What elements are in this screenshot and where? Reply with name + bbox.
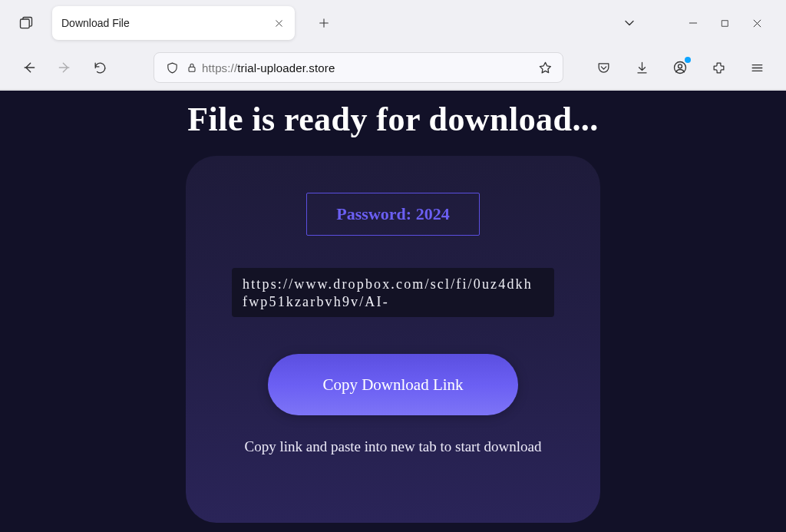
close-icon bbox=[751, 18, 763, 29]
chrome-divider bbox=[0, 89, 786, 90]
url-domain: trial-uploader.store bbox=[237, 61, 335, 74]
svg-point-4 bbox=[679, 64, 682, 68]
svg-rect-0 bbox=[21, 19, 30, 28]
extensions-button[interactable] bbox=[703, 52, 734, 83]
shield-icon bbox=[166, 61, 179, 74]
recent-tabs-icon bbox=[18, 15, 34, 31]
notification-dot-icon bbox=[685, 57, 691, 63]
nav-toolbar: https://trial-uploader.store bbox=[0, 46, 786, 89]
tab-strip: Download File bbox=[0, 0, 786, 46]
lock-icon bbox=[186, 61, 198, 74]
download-icon bbox=[635, 61, 649, 75]
star-icon bbox=[538, 61, 553, 75]
downloads-button[interactable] bbox=[626, 52, 657, 83]
arrow-left-icon bbox=[21, 60, 37, 75]
page-viewport: File is ready for download... Password: … bbox=[0, 91, 786, 532]
active-tab[interactable]: Download File bbox=[52, 6, 295, 40]
bookmark-star-button[interactable] bbox=[535, 61, 555, 75]
pocket-icon bbox=[596, 61, 611, 75]
svg-rect-2 bbox=[189, 67, 195, 71]
site-security-button[interactable] bbox=[182, 61, 202, 74]
url-prefix: https:// bbox=[202, 61, 237, 74]
password-display: Password: 2024 bbox=[306, 193, 479, 236]
chevron-down-icon bbox=[622, 15, 637, 31]
close-icon bbox=[274, 18, 284, 28]
reload-icon bbox=[93, 61, 107, 75]
hamburger-icon bbox=[750, 61, 765, 75]
copy-download-link-button[interactable]: Copy Download Link bbox=[268, 354, 518, 415]
window-minimize-button[interactable] bbox=[688, 18, 698, 28]
nav-forward-button bbox=[49, 52, 80, 83]
pocket-button[interactable] bbox=[588, 52, 619, 83]
minimize-icon bbox=[688, 18, 698, 28]
app-menu-button[interactable] bbox=[741, 52, 772, 83]
tab-close-button[interactable] bbox=[272, 16, 286, 30]
svg-rect-1 bbox=[722, 20, 728, 26]
url-text: https://trial-uploader.store bbox=[202, 61, 535, 74]
download-link-textarea[interactable] bbox=[232, 268, 554, 317]
tracking-protection-button[interactable] bbox=[162, 61, 182, 74]
nav-back-button[interactable] bbox=[14, 52, 45, 83]
tab-title: Download File bbox=[61, 17, 130, 29]
plus-icon bbox=[318, 17, 330, 29]
instruction-text: Copy link and paste into new tab to star… bbox=[245, 438, 542, 455]
window-close-button[interactable] bbox=[751, 18, 763, 29]
window-controls bbox=[688, 18, 778, 29]
arrow-right-icon bbox=[57, 60, 72, 75]
list-all-tabs-button[interactable] bbox=[622, 15, 637, 31]
browser-chrome: Download File bbox=[0, 0, 786, 91]
window-maximize-button[interactable] bbox=[720, 18, 730, 28]
download-card: Password: 2024 Copy Download Link Copy l… bbox=[186, 156, 600, 523]
maximize-icon bbox=[720, 18, 730, 28]
nav-reload-button[interactable] bbox=[84, 52, 115, 83]
address-bar[interactable]: https://trial-uploader.store bbox=[154, 52, 563, 83]
recent-tabs-button[interactable] bbox=[8, 8, 45, 38]
account-button[interactable] bbox=[665, 52, 695, 83]
toolbar-right bbox=[588, 52, 772, 83]
puzzle-icon bbox=[712, 61, 726, 75]
new-tab-button[interactable] bbox=[309, 8, 339, 38]
page-headline: File is ready for download... bbox=[187, 100, 599, 139]
